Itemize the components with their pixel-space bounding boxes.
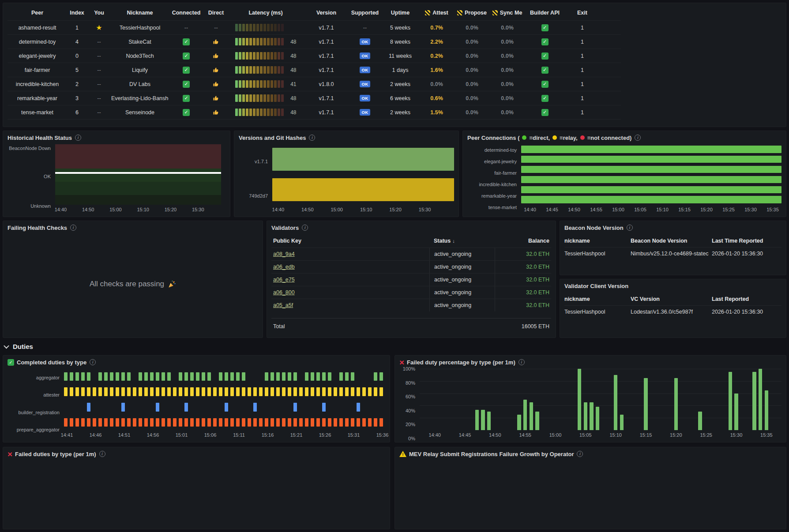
gauge-segment <box>246 38 248 45</box>
panel-title[interactable]: Validators <box>271 225 299 231</box>
panel-title[interactable]: Failing Health Checks <box>8 225 67 231</box>
duty-bar <box>345 372 349 381</box>
section-duties[interactable]: Duties <box>4 341 33 352</box>
column-header-status[interactable]: Status↓ <box>429 234 495 247</box>
gridline <box>420 393 781 394</box>
check-icon: ✓ <box>541 109 549 116</box>
column-header[interactable]: Beacon Node Version <box>631 238 712 244</box>
cell-direct <box>204 105 228 119</box>
info-icon[interactable]: i <box>309 135 315 141</box>
balance-cell: 32.0 ETH <box>495 261 551 273</box>
validators-table: Public KeyStatus↓Balancea08_9a4active_on… <box>271 234 551 334</box>
column-header[interactable]: nickname <box>564 296 631 302</box>
duty-bar <box>139 387 142 396</box>
column-header[interactable]: Attest <box>420 5 453 20</box>
duty-bar <box>116 418 119 427</box>
table-cell: TessierHashpool <box>564 251 631 257</box>
cell-text: 0.0% <box>501 53 514 59</box>
panel-title[interactable]: Versions and Git Hashes <box>239 135 306 141</box>
status-cell: active_ongoing <box>429 261 495 273</box>
column-header[interactable]: VC Version <box>631 296 712 302</box>
public-key-link[interactable]: a06_e75 <box>273 277 295 283</box>
info-icon[interactable]: i <box>90 359 96 365</box>
column-header[interactable]: Latency (ms) <box>228 5 303 20</box>
duty-bar <box>242 387 245 396</box>
cell-text: 1 <box>581 95 584 101</box>
x-axis-tick: 14:50 <box>568 207 580 212</box>
column-header-label: Direct <box>208 10 224 16</box>
gauge-segment <box>260 38 263 45</box>
x-axis-tick: 15:21 <box>290 432 303 438</box>
info-icon[interactable]: i <box>577 451 583 457</box>
column-header[interactable]: Version <box>303 5 349 20</box>
duty-bar <box>351 418 354 427</box>
panel-title[interactable]: Validator Client Version <box>564 283 628 289</box>
beacon-node-version-table: nicknameBeacon Node VersionLast Time Rep… <box>564 234 781 271</box>
info-icon[interactable]: i <box>518 359 525 365</box>
x-axis-tick: 15:20 <box>670 432 682 438</box>
cell-peer: tense-market <box>8 105 67 119</box>
duty-history-plot <box>64 369 385 430</box>
column-header[interactable]: Nickname <box>111 5 169 20</box>
cell-text: 11 weeks <box>389 53 412 59</box>
column-header[interactable]: Exit <box>566 5 599 20</box>
duty-bar <box>374 372 377 381</box>
duty-bar <box>184 418 188 427</box>
gauge-segment <box>246 80 248 88</box>
info-icon[interactable]: i <box>302 225 308 231</box>
peer-row: tense-market6--Senseinode✓48v1.7.1OK2 we… <box>8 105 621 120</box>
column-header[interactable]: Uptime <box>380 5 420 20</box>
cell-text: 6 <box>75 109 79 116</box>
panel-title[interactable]: ! MEV Relay Submit Registrations Failure… <box>399 451 574 457</box>
public-key-link[interactable]: a06_800 <box>273 289 295 296</box>
panel-title[interactable]: Beacon Node Version <box>564 225 624 231</box>
public-key-link[interactable]: a05_a5f <box>273 302 293 308</box>
column-header[interactable]: Index <box>67 5 87 20</box>
cell-version: v1.7.1 <box>303 63 349 77</box>
table-cell: Nimbus/v25.12.0-ce4689-statec <box>631 251 712 257</box>
column-header[interactable]: Last Reported <box>712 296 781 302</box>
column-header[interactable]: Supported <box>349 5 380 20</box>
duty-bar <box>121 372 125 381</box>
panel-title[interactable]: ✓ Completed duties by type <box>8 359 86 366</box>
column-header[interactable]: Direct <box>204 5 228 20</box>
table-row: TessierHashpoolLodestar/v1.36.0/c5e987f2… <box>564 305 781 318</box>
column-header[interactable]: Propose <box>453 5 491 20</box>
duty-history-chart-wrap: aggregatorattesterbuilder_registrationpr… <box>8 369 385 438</box>
gauge-segment <box>281 52 284 60</box>
info-icon[interactable]: i <box>99 451 105 457</box>
column-header-balance[interactable]: Balance <box>495 234 551 247</box>
x-axis-tick: 15:06 <box>204 432 217 438</box>
cell-connected: -- <box>169 21 204 34</box>
info-icon[interactable]: i <box>75 135 81 141</box>
info-icon[interactable]: i <box>635 135 641 141</box>
duty-bar <box>190 372 194 381</box>
duty-bar <box>156 372 159 381</box>
panel-title[interactable]: Peer Connections ( =direct, =relay, =not… <box>467 135 631 141</box>
gauge-segment <box>278 38 280 45</box>
column-header[interactable]: Last Time Reported <box>712 238 781 244</box>
column-header[interactable]: You <box>87 5 111 20</box>
info-icon[interactable]: i <box>70 225 76 231</box>
panel-title[interactable]: × Failed duty percentage by type (per 1m… <box>399 359 515 366</box>
info-icon[interactable]: i <box>627 225 633 231</box>
public-key-link[interactable]: a06_edb <box>273 264 295 270</box>
public-key-link[interactable]: a08_9a4 <box>273 251 295 257</box>
row-label: tense-market <box>488 205 517 210</box>
panel-title-text: Validator Client Version <box>564 283 628 289</box>
cell-connected: ✓ <box>169 63 204 77</box>
panel-title[interactable]: Historical Health Status <box>8 135 72 141</box>
column-header[interactable]: Builder API <box>524 5 566 20</box>
column-header[interactable]: nickname <box>564 238 631 244</box>
cell-text: 0.0% <box>430 81 443 87</box>
column-header[interactable]: Sync Me <box>491 5 524 20</box>
column-header[interactable]: Peer <box>8 5 67 20</box>
panel-title[interactable]: × Failed duties by type (per 1m) <box>8 451 96 457</box>
column-header[interactable]: Connected <box>169 5 204 20</box>
column-header-public-key[interactable]: Public Key <box>271 238 429 244</box>
gauge-segment <box>246 66 248 74</box>
x-axis-tick: 15:10 <box>656 207 669 212</box>
gauge-segment <box>278 94 280 102</box>
gauge-segment <box>263 66 266 74</box>
duty-bar <box>316 387 320 396</box>
